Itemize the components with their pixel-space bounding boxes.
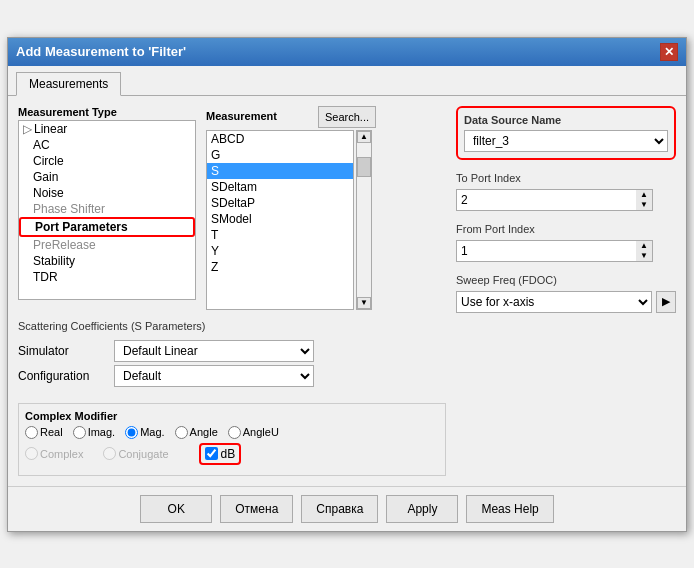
main-content: Measurement Type ▷Linear AC Circle Gain … <box>8 96 686 486</box>
close-button[interactable]: ✕ <box>660 43 678 61</box>
measurement-type-label: Measurement Type <box>18 106 198 118</box>
meas-item-sdeltap[interactable]: SDeltaP <box>207 195 353 211</box>
scroll-up-arrow[interactable]: ▲ <box>357 131 371 143</box>
cancel-button[interactable]: Отмена <box>220 495 293 523</box>
radio-angleu-label[interactable]: AngleU <box>228 426 279 439</box>
data-source-dropdown-row: filter_3filter_1filter_2 <box>464 130 668 152</box>
tree-item-tdr[interactable]: TDR <box>19 269 195 285</box>
from-port-up-btn[interactable]: ▲ <box>636 241 652 251</box>
tree-item-port-parameters[interactable]: Port Parameters <box>19 217 195 237</box>
radio-angle[interactable] <box>175 426 188 439</box>
measurement-listbox[interactable]: ABCD G S SDeltam SDeltaP SModel T Y Z <box>206 130 354 310</box>
radio-complex <box>25 447 38 460</box>
measurement-section: Measurement Search... ABCD G S SDeltam S… <box>206 106 376 310</box>
meas-scrollbar[interactable]: ▲ ▼ <box>356 130 372 310</box>
configuration-label: Configuration <box>18 369 108 383</box>
sweep-freq-label: Sweep Freq (FDOC) <box>456 274 676 286</box>
configuration-dropdown[interactable]: DefaultCustom <box>114 365 314 387</box>
to-port-spinner-btns: ▲ ▼ <box>636 189 653 211</box>
apply-button[interactable]: Apply <box>386 495 458 523</box>
meas-item-t[interactable]: T <box>207 227 353 243</box>
radio-angle-label[interactable]: Angle <box>175 426 218 439</box>
sweep-freq-arrow-btn[interactable]: ▶ <box>656 291 676 313</box>
simulator-group: Simulator Default LinearHSPICESpectre Co… <box>18 340 446 387</box>
sweep-freq-row: Use for x-axisNot used ▶ <box>456 291 676 313</box>
tree-item-gain[interactable]: Gain <box>19 169 195 185</box>
radio-conjugate-label: Conjugate <box>103 447 168 460</box>
dialog: Add Measurement to 'Filter' ✕ Measuremen… <box>7 37 687 532</box>
meas-item-s[interactable]: S <box>207 163 353 179</box>
radio-row-2: Complex Conjugate dB <box>25 443 439 465</box>
meas-list-wrapper: ABCD G S SDeltam SDeltaP SModel T Y Z ▲ <box>206 130 376 310</box>
radio-complex-label: Complex <box>25 447 83 460</box>
from-port-label: From Port Index <box>456 223 676 235</box>
meas-item-g[interactable]: G <box>207 147 353 163</box>
db-checkbox[interactable] <box>205 447 218 460</box>
simulator-label: Simulator <box>18 344 108 358</box>
complex-modifier-label: Complex Modifier <box>25 410 439 422</box>
simulator-row: Simulator Default LinearHSPICESpectre <box>18 340 446 362</box>
sweep-freq-dropdown[interactable]: Use for x-axisNot used <box>456 291 652 313</box>
from-port-input[interactable]: 1 <box>456 240 636 262</box>
to-port-group: To Port Index 2 ▲ ▼ <box>456 172 676 211</box>
sweep-freq-group: Sweep Freq (FDOC) Use for x-axisNot used… <box>456 274 676 313</box>
to-port-input[interactable]: 2 <box>456 189 636 211</box>
to-port-up-btn[interactable]: ▲ <box>636 190 652 200</box>
right-panel: Data Source Name filter_3filter_1filter_… <box>456 106 676 476</box>
ok-button[interactable]: OK <box>140 495 212 523</box>
db-box: dB <box>199 443 242 465</box>
measurement-label: Measurement <box>206 110 277 122</box>
data-source-dropdown[interactable]: filter_3filter_1filter_2 <box>464 130 668 152</box>
to-port-spinner: 2 ▲ ▼ <box>456 189 676 211</box>
meas-item-smodel[interactable]: SModel <box>207 211 353 227</box>
measurement-type-listbox[interactable]: ▷Linear AC Circle Gain Noise Phase Shift… <box>18 120 196 300</box>
meas-item-abcd[interactable]: ABCD <box>207 131 353 147</box>
radio-mag-label[interactable]: Mag. <box>125 426 164 439</box>
tree-item-circle[interactable]: Circle <box>19 153 195 169</box>
left-panel: Measurement Type ▷Linear AC Circle Gain … <box>18 106 446 476</box>
from-port-spinner: 1 ▲ ▼ <box>456 240 676 262</box>
simulator-dropdown[interactable]: Default LinearHSPICESpectre <box>114 340 314 362</box>
tree-item-linear[interactable]: ▷Linear <box>19 121 195 137</box>
radio-angleu[interactable] <box>228 426 241 439</box>
radio-imag-label[interactable]: Imag. <box>73 426 116 439</box>
tree-item-ac[interactable]: AC <box>19 137 195 153</box>
scroll-thumb[interactable] <box>357 157 371 177</box>
tree-item-prerelease[interactable]: PreRelease <box>19 237 195 253</box>
radio-real-label[interactable]: Real <box>25 426 63 439</box>
title-bar: Add Measurement to 'Filter' ✕ <box>8 38 686 66</box>
from-port-group: From Port Index 1 ▲ ▼ <box>456 223 676 262</box>
radio-conjugate <box>103 447 116 460</box>
db-label: dB <box>221 447 236 461</box>
data-source-box: Data Source Name filter_3filter_1filter_… <box>456 106 676 160</box>
tree-item-stability[interactable]: Stability <box>19 253 195 269</box>
measurement-type-section: Measurement Type ▷Linear AC Circle Gain … <box>18 106 198 310</box>
complex-modifier-section: Complex Modifier Real Imag. Mag. Angle <box>18 403 446 476</box>
data-source-label: Data Source Name <box>464 114 668 126</box>
expand-icon: ▷ <box>23 122 32 136</box>
dialog-title: Add Measurement to 'Filter' <box>16 44 186 59</box>
meas-item-sdeltam[interactable]: SDeltam <box>207 179 353 195</box>
search-row: Measurement Search... <box>206 106 376 128</box>
meas-item-z[interactable]: Z <box>207 259 353 275</box>
search-button[interactable]: Search... <box>318 106 376 128</box>
tree-item-phase-shifter[interactable]: Phase Shifter <box>19 201 195 217</box>
scroll-down-arrow[interactable]: ▼ <box>357 297 371 309</box>
top-lists: Measurement Type ▷Linear AC Circle Gain … <box>18 106 446 310</box>
radio-mag[interactable] <box>125 426 138 439</box>
tab-bar: Measurements <box>8 66 686 96</box>
tree-item-noise[interactable]: Noise <box>19 185 195 201</box>
help-button[interactable]: Справка <box>301 495 378 523</box>
meas-help-button[interactable]: Meas Help <box>466 495 553 523</box>
to-port-label: To Port Index <box>456 172 676 184</box>
radio-real[interactable] <box>25 426 38 439</box>
bottom-bar: OK Отмена Справка Apply Meas Help <box>8 486 686 531</box>
radio-imag[interactable] <box>73 426 86 439</box>
from-port-down-btn[interactable]: ▼ <box>636 251 652 261</box>
radio-row-1: Real Imag. Mag. Angle AngleU <box>25 426 439 439</box>
to-port-down-btn[interactable]: ▼ <box>636 200 652 210</box>
meas-item-y[interactable]: Y <box>207 243 353 259</box>
tab-measurements[interactable]: Measurements <box>16 72 121 96</box>
from-port-spinner-btns: ▲ ▼ <box>636 240 653 262</box>
description-label: Scattering Coefficients (S Parameters) <box>18 320 446 332</box>
